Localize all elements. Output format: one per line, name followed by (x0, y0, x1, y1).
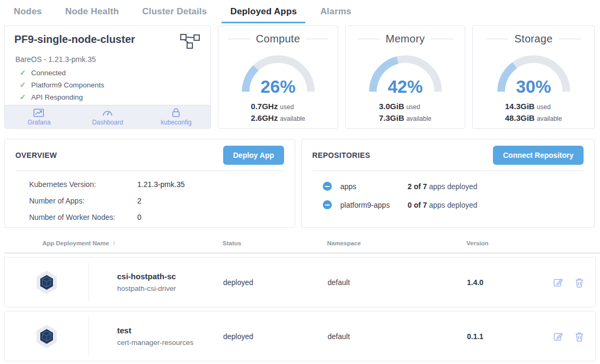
overview-panel: OVERVIEW Deploy App Kubernetes Version: … (4, 139, 295, 228)
cluster-topology-icon (180, 33, 201, 51)
connect-repository-button[interactable]: Connect Repository (493, 146, 584, 165)
delete-icon[interactable] (575, 277, 584, 288)
repositories-panel: REPOSITORIES Connect Repository apps 2 o… (301, 139, 595, 228)
cluster-quick-links: Grafana Dashboard (5, 105, 210, 128)
check-icon: ✓ (20, 68, 26, 77)
column-header-version[interactable]: Version (466, 240, 546, 246)
app-version: 1.4.0 (467, 278, 546, 287)
cluster-name: PF9-single-node-cluster (14, 33, 135, 46)
gauge-icon (102, 108, 113, 118)
repo-row-platform9-apps: platform9-apps 0 of 7 apps deployed (323, 200, 594, 209)
memory-gauge: 42% (366, 50, 445, 95)
check-icon: ✓ (20, 93, 26, 101)
storage-stats: 14.3GiB used 48.3GiB available (505, 101, 562, 124)
tab-nodes[interactable]: Nodes (5, 4, 50, 23)
delete-icon[interactable] (575, 331, 584, 342)
cluster-card: PF9-single-node-cluster BareOS - 1.21.3-… (4, 25, 211, 129)
apps-table-header: App Deployment Name ↑ Status Namespace V… (4, 233, 600, 253)
app-namespace: default (328, 332, 467, 341)
app-row-test: test cert-manager-resources deployed def… (4, 311, 596, 361)
title-rule (228, 39, 250, 39)
cluster-subtitle: BareOS - 1.21.3-pmk.35 (15, 55, 201, 64)
lock-icon (171, 108, 181, 118)
app-chart-name: cert-manager-resources (117, 339, 223, 347)
cluster-check-components: ✓ Platform9 Components (20, 81, 201, 89)
column-header-namespace[interactable]: Namespace (327, 240, 466, 246)
tab-node-health[interactable]: Node Health (57, 4, 127, 23)
app-chart-name: hostpath-csi-driver (117, 285, 223, 292)
detail-panels-row: OVERVIEW Deploy App Kubernetes Version: … (4, 139, 595, 228)
app-status: deployed (223, 332, 328, 341)
tab-deployed-apps[interactable]: Deployed Apps (222, 4, 305, 23)
app-namespace: default (328, 278, 467, 287)
title-rule (559, 39, 581, 39)
overview-row-worker-nodes: Number of Worker Nodes: 0 (29, 213, 295, 221)
edit-icon[interactable] (553, 277, 563, 288)
deploy-app-button[interactable]: Deploy App (223, 146, 284, 165)
dashboard-link[interactable]: Dashboard (73, 108, 142, 126)
cluster-check-api: ✓ API Responding (20, 93, 201, 101)
storage-percent: 30% (494, 77, 573, 97)
storage-title: Storage (514, 33, 552, 45)
app-status: deployed (223, 278, 328, 287)
memory-percent: 42% (366, 77, 445, 97)
kubeconfig-link[interactable]: kubeconfig (142, 108, 210, 126)
title-rule (486, 39, 508, 39)
title-rule (357, 39, 380, 39)
title-rule (306, 39, 328, 39)
app-logo (5, 317, 89, 356)
edit-icon[interactable] (553, 331, 563, 342)
repositories-title: REPOSITORIES (312, 151, 370, 159)
grafana-link[interactable]: Grafana (5, 108, 73, 126)
overview-row-k8s-version: Kubernetes Version: 1.21.3-pmk.35 (29, 180, 295, 189)
repo-row-apps: apps 2 of 7 apps deployed (323, 182, 594, 191)
memory-card: Memory 42% 3.0GiB used 7.3GiB available (345, 25, 465, 129)
app-row-csi-hostpath-sc: csi-hostpath-sc hostpath-csi-driver depl… (4, 257, 596, 307)
collapse-minus-icon[interactable] (323, 200, 332, 209)
storage-gauge: 30% (494, 50, 573, 95)
compute-gauge: 26% (239, 50, 318, 95)
tab-alarms[interactable]: Alarms (312, 4, 360, 23)
cluster-check-connected: ✓ Connected (20, 68, 201, 77)
check-icon: ✓ (20, 81, 26, 89)
sort-asc-icon: ↑ (112, 239, 116, 247)
app-name: csi-hostpath-sc (117, 272, 223, 281)
storage-card: Storage 30% 14.3GiB used 48.3GiB availab… (472, 25, 595, 129)
collapse-minus-icon[interactable] (323, 182, 332, 191)
compute-percent: 26% (239, 77, 318, 97)
grafana-chart-icon (33, 108, 45, 118)
tab-bar: Nodes Node Health Cluster Details Deploy… (0, 0, 600, 23)
app-version: 0.1.1 (467, 332, 546, 341)
column-header-app-deployment-name[interactable]: App Deployment Name ↑ (42, 239, 223, 247)
compute-title: Compute (256, 33, 300, 45)
cluster-card-body: PF9-single-node-cluster BareOS - 1.21.3-… (5, 26, 210, 105)
memory-stats: 3.0GiB used 7.3GiB available (379, 101, 431, 124)
overview-row-num-apps: Number of Apps: 2 (29, 197, 295, 205)
compute-card: Compute 26% 0.7GHz used 2.6GHz available (218, 25, 338, 129)
summary-cards-row: PF9-single-node-cluster BareOS - 1.21.3-… (4, 25, 595, 129)
compute-stats: 0.7GHz used 2.6GHz available (251, 101, 305, 124)
tab-cluster-details[interactable]: Cluster Details (134, 4, 215, 23)
title-rule (431, 39, 453, 39)
overview-title: OVERVIEW (15, 151, 57, 159)
app-name: test (117, 326, 223, 335)
memory-title: Memory (385, 33, 425, 45)
column-header-status[interactable]: Status (223, 240, 327, 246)
app-logo (5, 263, 89, 301)
